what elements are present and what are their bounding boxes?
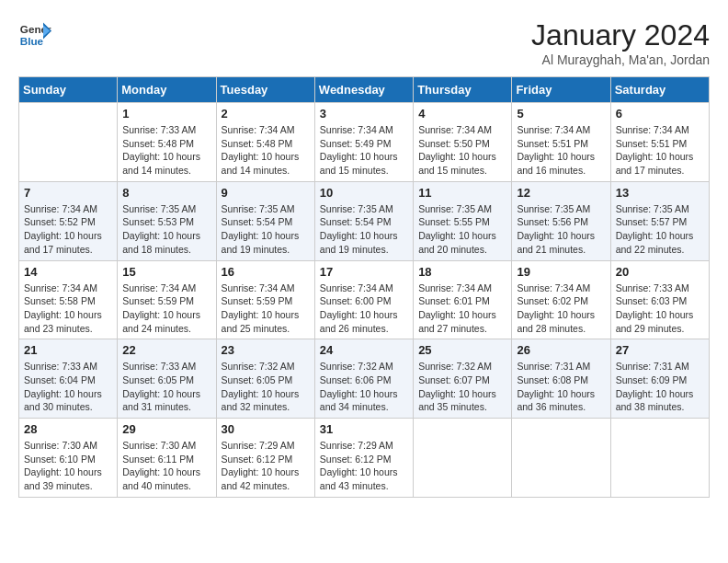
calendar-cell: 13Sunrise: 7:35 AMSunset: 5:57 PMDayligh…	[610, 181, 709, 260]
day-number: 19	[517, 265, 605, 279]
day-number: 28	[24, 422, 112, 436]
weekday-header-sunday: Sunday	[19, 77, 118, 103]
day-number: 26	[517, 343, 605, 357]
calendar-cell: 30Sunrise: 7:29 AMSunset: 6:12 PMDayligh…	[216, 419, 314, 498]
calendar-cell: 28Sunrise: 7:30 AMSunset: 6:10 PMDayligh…	[19, 419, 118, 498]
day-number: 2	[222, 107, 310, 121]
page-header: General Blue January 2024 Al Murayghah, …	[18, 18, 710, 67]
calendar-cell: 14Sunrise: 7:34 AMSunset: 5:58 PMDayligh…	[19, 260, 118, 339]
calendar-cell: 24Sunrise: 7:32 AMSunset: 6:06 PMDayligh…	[314, 339, 413, 419]
calendar-cell: 3Sunrise: 7:34 AMSunset: 5:49 PMDaylight…	[314, 103, 413, 182]
week-row-1: 1Sunrise: 7:33 AMSunset: 5:48 PMDaylight…	[19, 103, 710, 182]
day-number: 3	[320, 107, 408, 121]
calendar-cell: 26Sunrise: 7:31 AMSunset: 6:08 PMDayligh…	[512, 339, 610, 419]
weekday-header-row: SundayMondayTuesdayWednesdayThursdayFrid…	[19, 77, 710, 103]
weekday-header-saturday: Saturday	[610, 77, 709, 103]
day-number: 9	[222, 186, 310, 200]
day-number: 7	[24, 186, 112, 200]
calendar-cell: 9Sunrise: 7:35 AMSunset: 5:54 PMDaylight…	[216, 181, 314, 260]
calendar-cell: 17Sunrise: 7:34 AMSunset: 6:00 PMDayligh…	[314, 260, 413, 339]
day-number: 18	[418, 265, 506, 279]
day-number: 25	[418, 343, 506, 357]
calendar-cell: 31Sunrise: 7:29 AMSunset: 6:12 PMDayligh…	[314, 419, 413, 498]
day-info: Sunrise: 7:34 AMSunset: 6:01 PMDaylight:…	[418, 282, 506, 336]
calendar-cell	[414, 419, 512, 498]
day-info: Sunrise: 7:35 AMSunset: 5:55 PMDaylight:…	[418, 202, 506, 257]
day-info: Sunrise: 7:33 AMSunset: 6:05 PMDaylight:…	[122, 360, 210, 414]
day-info: Sunrise: 7:35 AMSunset: 5:57 PMDaylight:…	[616, 202, 704, 257]
day-info: Sunrise: 7:34 AMSunset: 6:02 PMDaylight:…	[517, 282, 605, 336]
day-info: Sunrise: 7:35 AMSunset: 5:53 PMDaylight:…	[122, 202, 210, 257]
day-number: 11	[418, 186, 506, 200]
day-number: 20	[616, 265, 704, 279]
day-info: Sunrise: 7:33 AMSunset: 6:04 PMDaylight:…	[24, 360, 112, 414]
weekday-header-tuesday: Tuesday	[216, 77, 314, 103]
calendar-cell: 22Sunrise: 7:33 AMSunset: 6:05 PMDayligh…	[118, 339, 216, 419]
day-info: Sunrise: 7:33 AMSunset: 6:03 PMDaylight:…	[616, 282, 704, 336]
calendar-cell: 19Sunrise: 7:34 AMSunset: 6:02 PMDayligh…	[512, 260, 610, 339]
day-info: Sunrise: 7:32 AMSunset: 6:06 PMDaylight:…	[320, 360, 408, 414]
calendar-cell: 21Sunrise: 7:33 AMSunset: 6:04 PMDayligh…	[19, 339, 118, 419]
calendar-cell: 27Sunrise: 7:31 AMSunset: 6:09 PMDayligh…	[610, 339, 709, 419]
day-info: Sunrise: 7:34 AMSunset: 5:50 PMDaylight:…	[418, 123, 506, 178]
day-number: 16	[222, 265, 310, 279]
calendar-title: January 2024	[531, 18, 710, 52]
day-number: 4	[418, 107, 506, 121]
day-number: 12	[517, 186, 605, 200]
day-info: Sunrise: 7:34 AMSunset: 5:51 PMDaylight:…	[616, 123, 704, 178]
day-info: Sunrise: 7:32 AMSunset: 6:07 PMDaylight:…	[418, 360, 506, 414]
day-number: 14	[24, 265, 112, 279]
calendar-cell: 18Sunrise: 7:34 AMSunset: 6:01 PMDayligh…	[414, 260, 512, 339]
day-info: Sunrise: 7:35 AMSunset: 5:54 PMDaylight:…	[320, 202, 408, 257]
day-info: Sunrise: 7:29 AMSunset: 6:12 PMDaylight:…	[320, 439, 408, 493]
day-number: 22	[122, 343, 210, 357]
day-number: 17	[320, 265, 408, 279]
day-info: Sunrise: 7:35 AMSunset: 5:54 PMDaylight:…	[222, 202, 310, 257]
day-info: Sunrise: 7:31 AMSunset: 6:09 PMDaylight:…	[616, 360, 704, 414]
day-number: 21	[24, 343, 112, 357]
weekday-header-wednesday: Wednesday	[314, 77, 413, 103]
week-row-2: 7Sunrise: 7:34 AMSunset: 5:52 PMDaylight…	[19, 181, 710, 260]
calendar-cell: 7Sunrise: 7:34 AMSunset: 5:52 PMDaylight…	[19, 181, 118, 260]
day-info: Sunrise: 7:34 AMSunset: 5:48 PMDaylight:…	[222, 123, 310, 178]
calendar-cell	[512, 419, 610, 498]
day-number: 13	[616, 186, 704, 200]
day-number: 24	[320, 343, 408, 357]
day-info: Sunrise: 7:34 AMSunset: 5:59 PMDaylight:…	[222, 282, 310, 336]
day-number: 29	[122, 422, 210, 436]
svg-text:Blue: Blue	[20, 35, 44, 47]
calendar-cell	[19, 103, 118, 182]
logo: General Blue	[18, 18, 51, 52]
day-info: Sunrise: 7:33 AMSunset: 5:48 PMDaylight:…	[122, 123, 210, 178]
week-row-3: 14Sunrise: 7:34 AMSunset: 5:58 PMDayligh…	[19, 260, 710, 339]
calendar-cell: 15Sunrise: 7:34 AMSunset: 5:59 PMDayligh…	[118, 260, 216, 339]
day-info: Sunrise: 7:30 AMSunset: 6:11 PMDaylight:…	[122, 439, 210, 493]
calendar-cell: 20Sunrise: 7:33 AMSunset: 6:03 PMDayligh…	[610, 260, 709, 339]
day-info: Sunrise: 7:34 AMSunset: 5:58 PMDaylight:…	[24, 282, 112, 336]
day-info: Sunrise: 7:35 AMSunset: 5:56 PMDaylight:…	[517, 202, 605, 257]
calendar-cell: 2Sunrise: 7:34 AMSunset: 5:48 PMDaylight…	[216, 103, 314, 182]
calendar-cell	[610, 419, 709, 498]
day-number: 30	[222, 422, 310, 436]
day-number: 8	[122, 186, 210, 200]
weekday-header-friday: Friday	[512, 77, 610, 103]
weekday-header-monday: Monday	[118, 77, 216, 103]
day-info: Sunrise: 7:34 AMSunset: 5:59 PMDaylight:…	[122, 282, 210, 336]
calendar-cell: 23Sunrise: 7:32 AMSunset: 6:05 PMDayligh…	[216, 339, 314, 419]
calendar-cell: 1Sunrise: 7:33 AMSunset: 5:48 PMDaylight…	[118, 103, 216, 182]
calendar-cell: 8Sunrise: 7:35 AMSunset: 5:53 PMDaylight…	[118, 181, 216, 260]
day-number: 15	[122, 265, 210, 279]
day-info: Sunrise: 7:34 AMSunset: 5:51 PMDaylight:…	[517, 123, 605, 178]
day-info: Sunrise: 7:31 AMSunset: 6:08 PMDaylight:…	[517, 360, 605, 414]
calendar-cell: 29Sunrise: 7:30 AMSunset: 6:11 PMDayligh…	[118, 419, 216, 498]
calendar-cell: 11Sunrise: 7:35 AMSunset: 5:55 PMDayligh…	[414, 181, 512, 260]
calendar-cell: 10Sunrise: 7:35 AMSunset: 5:54 PMDayligh…	[314, 181, 413, 260]
calendar-cell: 12Sunrise: 7:35 AMSunset: 5:56 PMDayligh…	[512, 181, 610, 260]
day-info: Sunrise: 7:34 AMSunset: 6:00 PMDaylight:…	[320, 282, 408, 336]
week-row-5: 28Sunrise: 7:30 AMSunset: 6:10 PMDayligh…	[19, 419, 710, 498]
logo-icon: General Blue	[18, 18, 51, 52]
calendar-cell: 5Sunrise: 7:34 AMSunset: 5:51 PMDaylight…	[512, 103, 610, 182]
day-info: Sunrise: 7:29 AMSunset: 6:12 PMDaylight:…	[222, 439, 310, 493]
calendar-cell: 6Sunrise: 7:34 AMSunset: 5:51 PMDaylight…	[610, 103, 709, 182]
day-info: Sunrise: 7:32 AMSunset: 6:05 PMDaylight:…	[222, 360, 310, 414]
